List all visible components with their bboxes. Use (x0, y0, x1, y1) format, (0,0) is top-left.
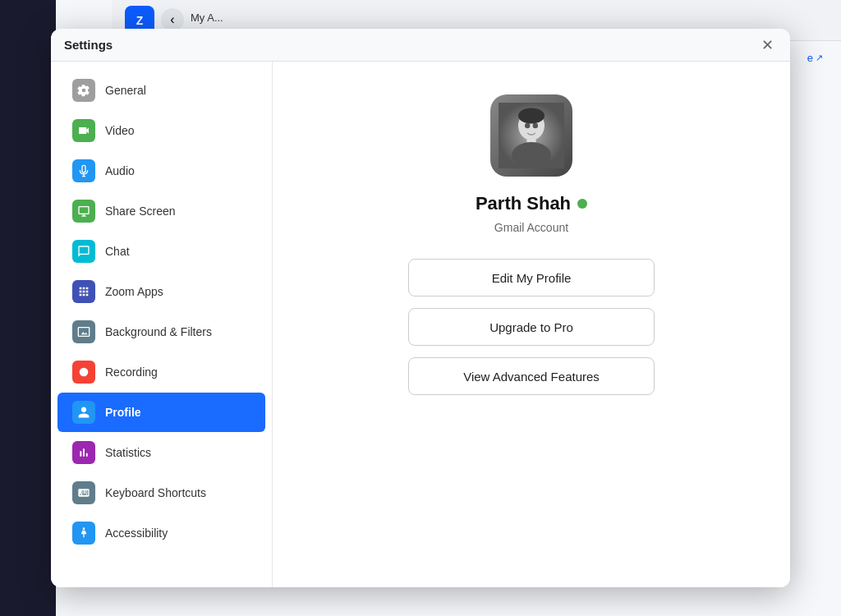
my-account-label: My A... (191, 11, 223, 24)
settings-content: Parth Shah Gmail Account Edit My Profile… (273, 62, 790, 587)
sidebar-label-profile: Profile (105, 406, 141, 419)
sidebar-item-share-screen[interactable]: Share Screen (57, 191, 265, 231)
profile-account-type: Gmail Account (494, 221, 568, 234)
sidebar-item-keyboard[interactable]: Keyboard Shortcuts (57, 473, 265, 513)
sidebar-label-video: Video (105, 124, 135, 137)
svg-point-8 (525, 123, 530, 128)
audio-icon (72, 159, 95, 182)
sidebar-item-statistics[interactable]: Statistics (57, 433, 265, 472)
profile-avatar (490, 94, 572, 177)
online-status-dot (577, 199, 587, 209)
keyboard-icon (72, 481, 95, 504)
sidebar-item-chat[interactable]: Chat (57, 232, 265, 271)
external-link[interactable]: e ↗ (807, 52, 823, 64)
accessibility-icon (72, 522, 95, 545)
sidebar-label-chat: Chat (105, 245, 130, 258)
sidebar-label-accessibility: Accessibility (105, 526, 168, 540)
sidebar-item-background[interactable]: Background & Filters (57, 312, 265, 352)
close-button[interactable]: ✕ (757, 35, 777, 55)
sidebar-item-video[interactable]: Video (57, 111, 265, 150)
sidebar-item-profile[interactable]: Profile (57, 393, 265, 432)
sidebar-label-statistics: Statistics (105, 446, 151, 459)
view-advanced-features-button[interactable]: View Advanced Features (408, 357, 655, 395)
chat-icon (72, 240, 95, 263)
dialog-body: General Video Audio Share (51, 62, 790, 587)
sidebar-label-recording: Recording (105, 365, 158, 379)
sidebar-label-zoom-apps: Zoom Apps (105, 285, 163, 298)
sidebar-label-audio: Audio (105, 164, 135, 177)
sidebar-item-zoom-apps[interactable]: Zoom Apps (57, 272, 265, 311)
edit-profile-button[interactable]: Edit My Profile (408, 259, 655, 297)
sidebar-label-general: General (105, 84, 146, 97)
sidebar-item-general[interactable]: General (57, 71, 265, 110)
svg-point-9 (533, 123, 538, 128)
profile-icon (72, 401, 95, 424)
profile-name-row: Parth Shah (476, 193, 587, 214)
nav-back-btn[interactable]: ‹ (161, 8, 184, 31)
video-icon (72, 119, 95, 142)
settings-dialog: Settings ✕ General Video (51, 29, 790, 587)
svg-point-6 (512, 142, 551, 168)
sidebar-item-audio[interactable]: Audio (57, 151, 265, 191)
statistics-icon (72, 441, 95, 464)
sidebar-item-recording[interactable]: Recording (57, 352, 265, 392)
share-screen-icon (72, 200, 95, 223)
sidebar-item-accessibility[interactable]: Accessibility (57, 513, 265, 553)
svg-point-2 (80, 368, 89, 377)
sidebar-label-share-screen: Share Screen (105, 205, 176, 218)
profile-name: Parth Shah (476, 193, 571, 214)
upgrade-to-pro-button[interactable]: Upgrade to Pro (408, 308, 655, 346)
dialog-title: Settings (64, 38, 113, 52)
zoom-sidebar-bg (0, 0, 56, 616)
recording-icon (72, 361, 95, 384)
sidebar-label-keyboard: Keyboard Shortcuts (105, 486, 206, 499)
sidebar-label-background: Background & Filters (105, 325, 212, 338)
general-icon (72, 79, 95, 102)
background-icon (72, 320, 95, 343)
zoom-apps-icon (72, 280, 95, 303)
svg-point-7 (518, 108, 545, 123)
dialog-titlebar: Settings ✕ (51, 29, 790, 62)
settings-sidebar: General Video Audio Share (51, 62, 273, 587)
